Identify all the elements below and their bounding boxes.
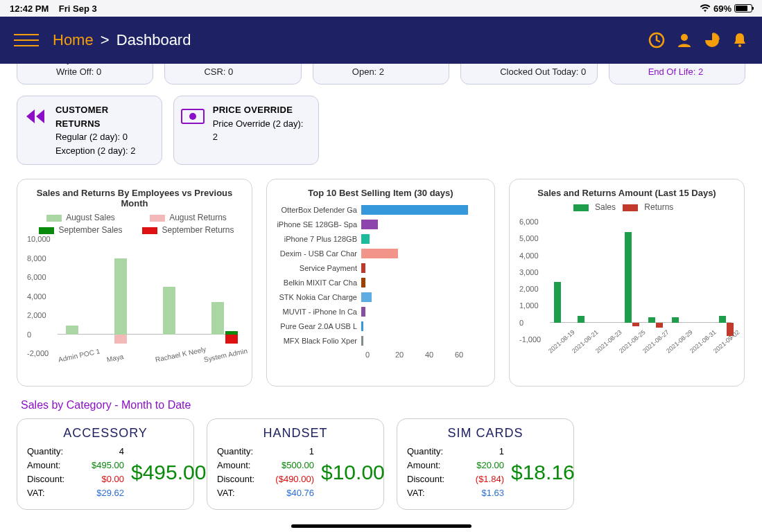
svg-point-2 bbox=[738, 44, 741, 47]
breadcrumb: Home > Dashboard bbox=[53, 31, 191, 49]
nav-bar: Home > Dashboard bbox=[0, 17, 762, 64]
wifi-icon bbox=[700, 4, 711, 12]
action-card[interactable]: CUSTOMER RETURNSRegular (2 day): 0Except… bbox=[17, 96, 162, 165]
breadcrumb-current: Dashboard bbox=[116, 31, 191, 48]
money-icon bbox=[180, 103, 206, 130]
employees-chart-panel: Sales and Returns By Employees vs Previo… bbox=[17, 179, 252, 387]
summary-cards-row: Adjust In: 0Write Off: 0CSR: 0Open: 2Clo… bbox=[17, 64, 745, 85]
summary-card[interactable]: Adjust In: 0Write Off: 0 bbox=[17, 64, 153, 85]
clock-icon[interactable] bbox=[648, 32, 665, 48]
status-left: 12:42 PM Fri Sep 3 bbox=[10, 3, 97, 14]
battery-icon bbox=[734, 4, 752, 12]
daily-chart-panel: Sales and Returns Amount (Last 15 Days) … bbox=[509, 179, 745, 387]
breadcrumb-home[interactable]: Home bbox=[53, 31, 94, 48]
sbc-card[interactable]: HANDSETQuantity:1Amount:$500.00Discount:… bbox=[207, 418, 384, 510]
chart2-title: Top 10 Best Selling Item (30 days) bbox=[277, 188, 485, 198]
pie-chart-icon[interactable] bbox=[704, 32, 720, 48]
summary-card[interactable]: Clocked Out Today: 0 bbox=[460, 64, 597, 85]
status-right: 69% bbox=[700, 3, 752, 14]
summary-card[interactable]: Open: 2 bbox=[313, 64, 449, 85]
status-bar: 12:42 PM Fri Sep 3 69% bbox=[0, 0, 762, 17]
menu-icon[interactable] bbox=[14, 34, 39, 46]
svg-point-4 bbox=[189, 113, 196, 120]
summary-card[interactable]: End Of Life: 2 bbox=[609, 64, 745, 85]
chart3-legend: Sales Returns bbox=[519, 202, 734, 212]
action-card[interactable]: PRICE OVERRIDEPrice Override (2 day): 2 bbox=[173, 96, 319, 165]
top-items-chart-panel: Top 10 Best Selling Item (30 days) Otter… bbox=[266, 179, 495, 387]
sbc-row: ACCESSORYQuantity:4Amount:$495.00Discoun… bbox=[17, 418, 745, 510]
rewind-icon bbox=[23, 103, 49, 130]
breadcrumb-sep: > bbox=[101, 31, 110, 48]
svg-point-1 bbox=[681, 34, 688, 41]
sbc-card[interactable]: SIM CARDSQuantity:1Amount:$20.00Discount… bbox=[397, 418, 574, 510]
battery-pct: 69% bbox=[713, 3, 731, 14]
chart1-legend: August SalesAugust ReturnsSeptember Sale… bbox=[27, 213, 242, 235]
chart3-title: Sales and Returns Amount (Last 15 Days) bbox=[519, 188, 734, 198]
status-date: Fri Sep 3 bbox=[59, 3, 97, 14]
user-icon[interactable] bbox=[676, 32, 693, 48]
sbc-title: Sales by Category - Month to Date bbox=[21, 399, 745, 411]
bell-icon[interactable] bbox=[731, 32, 748, 48]
home-indicator[interactable] bbox=[291, 524, 471, 528]
summary-cards-row-2: CUSTOMER RETURNSRegular (2 day): 0Except… bbox=[17, 96, 745, 165]
status-time: 12:42 PM bbox=[10, 3, 49, 14]
sbc-card[interactable]: ACCESSORYQuantity:4Amount:$495.00Discoun… bbox=[17, 418, 194, 510]
summary-card[interactable]: CSR: 0 bbox=[164, 64, 301, 85]
chart1-title: Sales and Returns By Employees vs Previo… bbox=[27, 188, 242, 209]
